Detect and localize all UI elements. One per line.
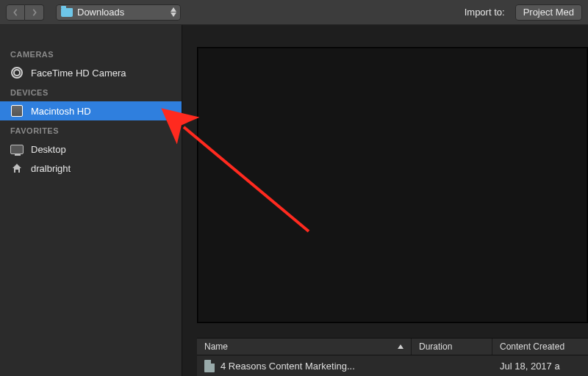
sidebar-item-facetime-camera[interactable]: FaceTime HD Camera	[0, 63, 182, 82]
toolbar: Downloads Import to: Project Med	[0, 0, 588, 25]
desktop-icon	[10, 142, 24, 156]
sidebar-item-home[interactable]: dralbright	[0, 159, 182, 178]
disk-icon	[10, 104, 24, 118]
path-selector[interactable]: Downloads	[56, 4, 181, 21]
section-header-devices: DEVICES	[0, 82, 182, 101]
table-header: Name Duration Content Created	[197, 338, 588, 355]
home-icon	[10, 162, 24, 175]
import-to-label: Import to:	[465, 7, 505, 18]
column-header-duration[interactable]: Duration	[412, 339, 492, 355]
camera-icon	[10, 66, 24, 79]
file-table: Name Duration Content Created 4 Reasons …	[182, 338, 588, 376]
stepper-icon	[171, 7, 176, 17]
preview-area	[197, 47, 588, 323]
document-icon	[204, 360, 215, 372]
section-header-favorites: FAVORITES	[0, 120, 182, 140]
import-target-label: Project Med	[523, 7, 574, 18]
section-header-cameras: CAMERAS	[0, 44, 182, 63]
content-area: Name Duration Content Created 4 Reasons …	[182, 25, 588, 376]
back-button[interactable]	[6, 4, 25, 21]
forward-button[interactable]	[25, 4, 44, 21]
file-name: 4 Reasons Content Marketing...	[220, 361, 355, 372]
table-row[interactable]: 4 Reasons Content Marketing... Jul 18, 2…	[197, 355, 588, 376]
sidebar-item-label: Desktop	[31, 144, 66, 155]
sidebar-item-macintosh-hd[interactable]: Macintosh HD	[0, 101, 182, 120]
sidebar-item-label: dralbright	[31, 163, 71, 174]
sidebar-item-label: Macintosh HD	[31, 106, 91, 117]
sort-caret-icon	[398, 344, 404, 349]
folder-icon	[61, 8, 73, 17]
nav-group	[6, 4, 44, 21]
import-target-button[interactable]: Project Med	[515, 4, 582, 21]
column-header-content-created[interactable]: Content Created	[492, 339, 588, 355]
path-label: Downloads	[77, 7, 124, 18]
sidebar-item-label: FaceTime HD Camera	[31, 68, 126, 79]
file-content-created: Jul 18, 2017 a	[500, 361, 560, 372]
body-area: CAMERAS FaceTime HD Camera DEVICES Macin…	[0, 25, 588, 376]
sidebar-item-desktop[interactable]: Desktop	[0, 140, 182, 159]
column-header-name[interactable]: Name	[197, 339, 412, 355]
sidebar: CAMERAS FaceTime HD Camera DEVICES Macin…	[0, 25, 182, 376]
